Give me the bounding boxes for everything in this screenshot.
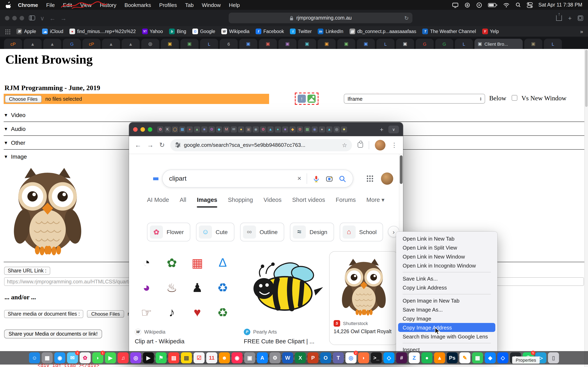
dock-app-icon[interactable]: ▦ xyxy=(42,352,53,363)
search-tab[interactable]: Short videos xyxy=(292,197,325,208)
popup-back-icon[interactable]: ← xyxy=(135,142,141,148)
vs-new-window-checkbox[interactable] xyxy=(512,95,517,101)
bookmark-item[interactable]: ● find_minus....rep+%22s%22 xyxy=(69,29,136,34)
menu-bar-clock[interactable]: Sat Apr 11 7:38 PM xyxy=(538,2,582,8)
menu-bar-item[interactable]: File xyxy=(42,2,59,8)
browser-tab[interactable]: L xyxy=(544,39,562,49)
popup-tab-favicon[interactable]: ✿ xyxy=(297,126,303,132)
dock-app-icon[interactable]: ▯ xyxy=(548,352,559,363)
dock-app-icon[interactable]: P xyxy=(307,352,319,363)
browser-tab[interactable]: ▲ xyxy=(43,39,61,49)
popup-tab-favicon[interactable]: ▲ xyxy=(268,126,274,132)
menu-bar-item[interactable]: Bookmarks xyxy=(121,2,155,8)
popup-tab-favicon[interactable]: ✿ xyxy=(260,126,266,132)
display-icon[interactable] xyxy=(452,2,458,8)
bookmark-item[interactable]: in LinkedIn xyxy=(318,29,343,34)
popup-tab-favicon[interactable]: ✉ xyxy=(231,126,237,132)
browser-tab[interactable]: ▣ xyxy=(318,39,336,49)
dock-app-icon[interactable]: Ps xyxy=(447,352,458,363)
result-owl-card[interactable]: S Shutterstock 14,226 Owl Clipart Royalt xyxy=(329,251,398,345)
context-menu-item[interactable]: Copy Image Address xyxy=(398,323,495,332)
result-title[interactable]: Clip art - Wikipedia xyxy=(135,338,239,345)
image-filter-chip[interactable]: ∞ Outline xyxy=(240,223,284,242)
section-toggle[interactable]: ▼ Video xyxy=(4,111,584,119)
context-menu-item[interactable]: Copy Image xyxy=(398,314,495,323)
menu-bar-item[interactable]: View xyxy=(76,2,96,8)
bookmark-item[interactable]: ▤ db_connect.p...aaasaaafaas xyxy=(350,29,416,34)
menu-bar-item[interactable]: Window xyxy=(198,2,225,8)
popup-tab-favicon[interactable]: ▣ xyxy=(245,126,251,132)
bookmark-item[interactable]: b Bing xyxy=(169,29,186,34)
popup-tab-favicon[interactable]: ● xyxy=(275,126,281,132)
search-tab[interactable]: AI Mode xyxy=(147,197,169,208)
site-settings-icon[interactable] xyxy=(175,143,181,147)
context-menu-item[interactable] xyxy=(403,272,491,272)
screen-mirroring-icon[interactable] xyxy=(464,2,470,8)
browser-tab[interactable]: ▲ xyxy=(24,39,42,49)
voice-search-icon[interactable] xyxy=(312,175,320,183)
dock-app-icon[interactable]: ▤ xyxy=(168,352,179,363)
address-bar[interactable]: rjmprogramming.com.au ↻ xyxy=(229,13,412,23)
dock-app-icon[interactable]: ◉ xyxy=(232,352,242,363)
google-apps-icon[interactable] xyxy=(366,175,374,182)
popup-zoom-button[interactable] xyxy=(148,127,152,132)
popup-tab-favicon[interactable]: ▦ xyxy=(304,126,310,132)
popup-tab-favicon[interactable]: ✿ xyxy=(157,126,163,132)
control-center-icon[interactable] xyxy=(527,2,533,8)
search-submit-icon[interactable] xyxy=(338,175,346,183)
bookmark-item[interactable]: Y! Yahoo xyxy=(142,29,163,34)
dock-app-icon[interactable]: ✉ 3 xyxy=(67,352,78,363)
bookmark-item[interactable]: T The Weather Channel xyxy=(423,29,476,34)
browser-tab[interactable]: ▣ xyxy=(181,39,199,49)
tab-overview-icon[interactable] xyxy=(578,15,583,21)
popup-tab-favicon[interactable]: ◆ xyxy=(290,126,296,132)
dock-app-icon[interactable]: ✎ xyxy=(459,352,470,363)
dock-app-icon[interactable]: ☑ xyxy=(194,352,205,363)
share-icon[interactable]: ↑ xyxy=(556,15,562,21)
bookmark-item[interactable]: t Twitter xyxy=(290,29,312,34)
profile-avatar[interactable] xyxy=(375,140,385,150)
dock-app-icon[interactable]: ● xyxy=(421,352,432,363)
image-filter-chip[interactable]: ☺ Cute xyxy=(196,223,234,242)
page-scrollbar[interactable] xyxy=(584,49,588,367)
dock-app-icon[interactable]: ▶ xyxy=(105,352,116,363)
browser-tab[interactable]: ▣ xyxy=(161,39,179,49)
dock-app-icon[interactable]: ◗ xyxy=(358,352,369,363)
bookmark-star-icon[interactable]: ☆ xyxy=(342,142,347,148)
wifi-icon[interactable] xyxy=(503,2,509,7)
bookmark-item[interactable]: Y Yelp xyxy=(482,29,499,34)
extensions-icon[interactable] xyxy=(358,142,363,148)
popup-tab-favicon[interactable]: K xyxy=(164,126,171,132)
dock-app-icon[interactable]: ▦ xyxy=(472,352,483,363)
dock-app-icon[interactable]: # xyxy=(396,352,407,363)
dock-app-icon[interactable]: ▣ xyxy=(244,352,255,363)
browser-tab[interactable]: ▣ xyxy=(396,39,414,49)
search-icon[interactable] xyxy=(515,2,521,8)
result-bee-tile[interactable] xyxy=(244,251,328,324)
upload-icon[interactable]: ↑ xyxy=(298,95,306,103)
reload-icon[interactable]: ↻ xyxy=(404,15,409,21)
dock-app-icon[interactable]: ◗ 1 xyxy=(92,352,103,363)
result-title[interactable]: 14,226 Owl Clipart Royalt xyxy=(334,329,394,334)
menu-bar-item[interactable]: Help xyxy=(225,2,244,8)
popup-address-bar[interactable]: google.com/search?sca_esv=5e9bb948607cc7… xyxy=(171,139,352,151)
close-button[interactable] xyxy=(5,16,9,20)
dock-app-icon[interactable]: 11 xyxy=(206,352,217,363)
image-filter-chip[interactable]: ✿ Flower xyxy=(147,223,190,242)
popup-tab-favicon[interactable]: ● xyxy=(319,126,325,132)
apps-grid-icon[interactable] xyxy=(5,29,10,34)
bookmark-item[interactable]: ⌘ Apple xyxy=(16,29,36,34)
dock-app-icon[interactable]: ◉ xyxy=(54,352,65,363)
context-menu-item[interactable]: Copy Link Address xyxy=(398,283,495,292)
lens-search-icon[interactable] xyxy=(325,175,333,183)
popup-titlebar[interactable]: ✿K◯▦●▲■✿◆M✉●▣◉✿▲●■◆✿▦◉●▲◎★ + ∨ xyxy=(129,122,403,136)
popup-tab-favicon[interactable]: ■ xyxy=(282,126,288,132)
popup-tab-favicon[interactable]: ◉ xyxy=(311,126,318,132)
browser-tab[interactable]: cP xyxy=(82,39,100,49)
browser-tab[interactable]: L xyxy=(455,39,473,49)
context-menu-item[interactable] xyxy=(403,294,491,294)
search-tab[interactable]: Videos xyxy=(264,197,282,208)
search-tab[interactable]: Images xyxy=(197,197,217,208)
bookmarks-overflow-chevron[interactable]: » xyxy=(580,28,583,34)
context-menu-item[interactable]: Open Image in New Tab xyxy=(398,296,495,305)
